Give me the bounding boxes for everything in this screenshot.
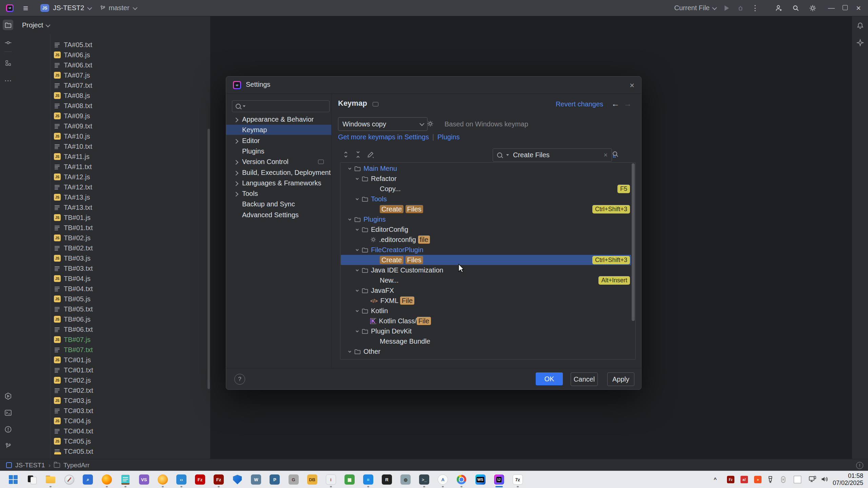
- partial-file-row[interactable]: [54, 452, 61, 454]
- minimize-button[interactable]: —: [825, 4, 838, 12]
- taskbar-app-virtual-desktops[interactable]: [26, 473, 38, 486]
- add-user-icon[interactable]: [775, 4, 783, 12]
- ok-button[interactable]: OK: [536, 372, 563, 385]
- tree-row[interactable]: Kotlin: [340, 306, 635, 316]
- back-arrow-icon[interactable]: ←: [611, 99, 619, 108]
- get-more-keymaps-link[interactable]: Get more keymaps in Settings: [338, 133, 429, 141]
- taskbar-app-terminal[interactable]: >_: [418, 473, 430, 486]
- taskbar-app-webstorm[interactable]: WS: [474, 473, 487, 486]
- file-row[interactable]: TB#07.txt: [16, 345, 210, 355]
- restore-button[interactable]: [838, 4, 852, 12]
- expand-chevron-icon[interactable]: [234, 137, 239, 145]
- file-row[interactable]: TA#12.txt: [16, 182, 210, 192]
- file-row[interactable]: JSTA#07.js: [16, 70, 210, 80]
- scheme-gear-icon[interactable]: [427, 120, 434, 129]
- expand-all-icon[interactable]: [343, 151, 349, 160]
- file-row[interactable]: JSTA#12.js: [16, 172, 210, 182]
- sidebar-item-languages-frameworks[interactable]: Languages & Frameworks: [226, 178, 331, 188]
- file-row[interactable]: TA#11.txt: [16, 162, 210, 172]
- taskbar-app-drafting-tool[interactable]: A: [437, 473, 449, 486]
- taskbar-app-db-modeler[interactable]: DB: [306, 473, 318, 486]
- tree-row[interactable]: KKotlin Class/File: [340, 316, 635, 326]
- file-row[interactable]: JSTB#06.js: [16, 314, 210, 324]
- project-tool-icon[interactable]: [3, 20, 13, 30]
- file-row[interactable]: JSTB#02.js: [16, 233, 210, 243]
- help-button[interactable]: ?: [234, 374, 245, 385]
- expand-chevron-icon[interactable]: [234, 169, 239, 177]
- file-row[interactable]: TB#03.txt: [16, 263, 210, 273]
- main-menu-hamburger-icon[interactable]: ≡: [23, 4, 28, 13]
- ai-assistant-icon[interactable]: [855, 37, 865, 48]
- project-chevron-icon[interactable]: [87, 5, 92, 10]
- tree-chevron-icon[interactable]: [355, 227, 360, 232]
- tray-network-device[interactable]: [809, 476, 816, 483]
- tray-filezilla-server-tray[interactable]: Fz: [727, 476, 734, 483]
- forward-arrow-icon[interactable]: →: [624, 99, 632, 108]
- file-row[interactable]: TC#04.txt: [16, 426, 210, 436]
- file-row[interactable]: TA#09.txt: [16, 121, 210, 131]
- file-row[interactable]: JSTC#05.js: [16, 436, 210, 446]
- project-scrollbar[interactable]: [208, 129, 210, 389]
- edit-shortcut-icon[interactable]: [367, 151, 374, 160]
- collapse-all-icon[interactable]: [355, 151, 361, 160]
- expand-chevron-icon[interactable]: [234, 190, 239, 198]
- taskbar-app-firefox[interactable]: [101, 473, 113, 486]
- settings-gear-icon[interactable]: [809, 4, 816, 12]
- file-row[interactable]: TA#08.txt: [16, 101, 210, 111]
- status-project[interactable]: JS-TEST1: [15, 462, 45, 469]
- tree-row[interactable]: Other: [340, 346, 635, 357]
- taskbar-app-libreoffice-calc[interactable]: ▦: [343, 473, 356, 486]
- file-row[interactable]: TB#05.txt: [16, 304, 210, 314]
- kebab-menu-icon[interactable]: ⋮: [751, 4, 759, 13]
- run-configuration[interactable]: Current File: [674, 4, 710, 12]
- expand-chevron-icon[interactable]: [234, 158, 239, 166]
- tree-row[interactable]: Main Menu: [340, 163, 635, 174]
- file-row[interactable]: JSTC#03.js: [16, 395, 210, 406]
- taskbar-app-filezilla-server[interactable]: Fz: [213, 473, 225, 486]
- tree-chevron-icon[interactable]: [355, 247, 360, 252]
- dialog-close-icon[interactable]: ×: [630, 81, 634, 90]
- taskbar-clock[interactable]: 01:58 07/02/2025: [833, 472, 863, 487]
- notifications-bell-icon[interactable]: [855, 20, 865, 31]
- sidebar-item-appearance-behavior[interactable]: Appearance & Behavior: [226, 114, 331, 124]
- tree-row[interactable]: .editorconfig file: [340, 235, 635, 245]
- taskbar-app-vscode[interactable]: ‹›: [175, 473, 188, 486]
- file-row[interactable]: JSTA#06.js: [16, 50, 210, 60]
- tree-chevron-icon[interactable]: [355, 197, 360, 202]
- tree-row[interactable]: New...Alt+Insert: [340, 275, 635, 285]
- file-row[interactable]: JSTB#04.js: [16, 273, 210, 284]
- tree-chevron-icon[interactable]: [347, 217, 352, 222]
- sidebar-item-editor[interactable]: Editor: [226, 136, 331, 146]
- tree-scrollbar[interactable]: [632, 163, 635, 321]
- run-icon[interactable]: [725, 5, 729, 11]
- problems-tool-icon[interactable]: [3, 424, 13, 434]
- tree-row[interactable]: Refactor: [340, 174, 635, 184]
- tray-autohotkey-tray[interactable]: a!: [741, 476, 748, 483]
- file-row[interactable]: JSTB#07.js: [16, 334, 210, 345]
- taskbar-app-image-viewer[interactable]: [157, 473, 169, 486]
- tree-chevron-icon[interactable]: [355, 288, 360, 293]
- file-row[interactable]: JSTA#10.js: [16, 131, 210, 141]
- tree-row[interactable]: Tools: [340, 194, 635, 204]
- file-row[interactable]: TB#04.txt: [16, 284, 210, 294]
- tree-row[interactable]: Plugin DevKit: [340, 326, 635, 336]
- sidebar-item-keymap[interactable]: Keymap: [226, 125, 331, 135]
- file-row[interactable]: JSTA#11.js: [16, 151, 210, 162]
- tree-row[interactable]: Plugins: [340, 214, 635, 224]
- project-name[interactable]: JS-TEST2: [53, 4, 84, 12]
- file-row[interactable]: TB#01.txt: [16, 223, 210, 233]
- sidebar-item-advanced-settings[interactable]: Advanced Settings: [226, 210, 331, 220]
- taskbar-app-irfanview[interactable]: i: [325, 473, 337, 486]
- branch-chevron-icon[interactable]: [133, 5, 137, 10]
- sidebar-item-version-control[interactable]: Version Control: [226, 157, 331, 167]
- taskbar-app-network-tool[interactable]: ◍: [399, 473, 412, 486]
- debug-icon[interactable]: [737, 5, 744, 12]
- clear-search-icon[interactable]: ×: [604, 151, 608, 159]
- file-row[interactable]: JSTB#03.js: [16, 253, 210, 263]
- more-tools-icon[interactable]: ⋯: [3, 75, 13, 86]
- taskbar-app-notepad[interactable]: [119, 473, 132, 486]
- tree-row[interactable]: Copy...F5: [340, 184, 635, 194]
- expand-chevron-icon[interactable]: [234, 116, 239, 123]
- file-row[interactable]: JSTA#08.js: [16, 90, 210, 101]
- status-info-icon[interactable]: !: [856, 462, 863, 469]
